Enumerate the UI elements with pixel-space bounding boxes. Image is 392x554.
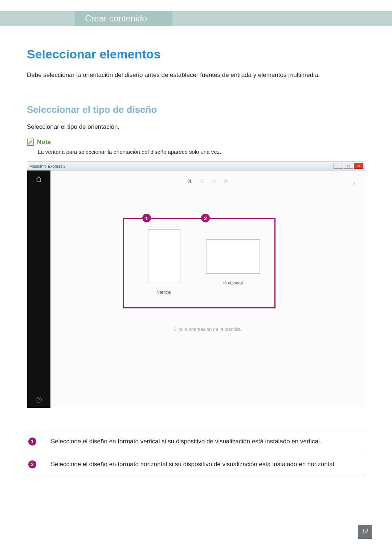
legend-table: 1 Seleccione el diseño en formato vertic… <box>27 430 365 476</box>
orientation-horizontal-option[interactable]: Horizontal <box>204 229 262 286</box>
help-icon[interactable]: ? <box>36 397 42 403</box>
note-header: Nota <box>27 139 365 146</box>
callout-badge-2: 2 <box>201 214 210 222</box>
window-buttons: ─ □ ✕ <box>334 163 363 169</box>
orientation-highlight: 1 2 Vertical Horizontal <box>123 218 275 308</box>
home-icon[interactable] <box>35 176 42 184</box>
close-icon[interactable]: ✕ <box>354 163 363 169</box>
note-text: La ventana para seleccionar la orientaci… <box>38 149 365 155</box>
app-title-text: MagicInfo Express 2 <box>29 164 66 168</box>
app-titlebar: MagicInfo Express 2 ─ □ ✕ <box>27 162 365 171</box>
legend-row-2: 2 Seleccione el diseño en formato horizo… <box>27 453 365 476</box>
header-band <box>0 11 392 26</box>
app-screenshot: MagicInfo Express 2 ─ □ ✕ ? 01 02 03 04 <box>27 161 365 408</box>
step-2[interactable]: 02 <box>200 179 204 184</box>
legend-badge-1: 1 <box>28 438 36 446</box>
subsection-title: Seleccionar el tipo de diseño <box>27 104 365 115</box>
section-title: Seleccionar elementos <box>27 47 365 61</box>
minimize-icon[interactable]: ─ <box>334 163 343 169</box>
step-indicator: 01 02 03 04 <box>188 179 228 184</box>
legend-badge-2: 2 <box>28 460 36 468</box>
horizontal-frame-icon <box>206 239 260 274</box>
subsection-intro: Seleccionar el tipo de orientación. <box>27 123 365 131</box>
note-label: Nota <box>37 139 51 146</box>
orientation-hint: Elija la orientación de la plantilla. <box>50 327 365 332</box>
vertical-frame-icon <box>148 229 180 283</box>
chevron-right-icon[interactable]: › <box>353 178 355 188</box>
horizontal-label: Horizontal <box>204 280 262 286</box>
step-3[interactable]: 03 <box>212 179 216 184</box>
callout-badge-1: 1 <box>142 214 151 222</box>
section-intro: Debe seleccionar la orientación del dise… <box>27 71 365 79</box>
app-sidebar: ? <box>27 171 50 408</box>
content-area: Seleccionar elementos Debe seleccionar l… <box>27 47 365 476</box>
vertical-label: Vertical <box>146 290 182 295</box>
legend-row-1: 1 Seleccione el diseño en formato vertic… <box>27 430 365 453</box>
step-4[interactable]: 04 <box>224 179 228 184</box>
header-tab-label: Crear contenido <box>85 13 147 24</box>
page-number: 14 <box>358 525 372 539</box>
app-body: ? 01 02 03 04 › 1 2 Vertical <box>27 171 365 408</box>
legend-text-1: Seleccione el diseño en formato vertical… <box>51 438 322 445</box>
header-tab: Crear contenido <box>75 11 172 26</box>
note-block: Nota La ventana para seleccionar la orie… <box>27 139 365 155</box>
maximize-icon[interactable]: □ <box>344 163 353 169</box>
orientation-vertical-option[interactable]: Vertical <box>146 229 182 295</box>
step-1[interactable]: 01 <box>188 179 192 184</box>
app-main: 01 02 03 04 › 1 2 Vertical Horizontal <box>50 171 365 408</box>
legend-text-2: Seleccione el diseño en formato horizont… <box>51 460 336 468</box>
pencil-icon <box>27 139 34 146</box>
